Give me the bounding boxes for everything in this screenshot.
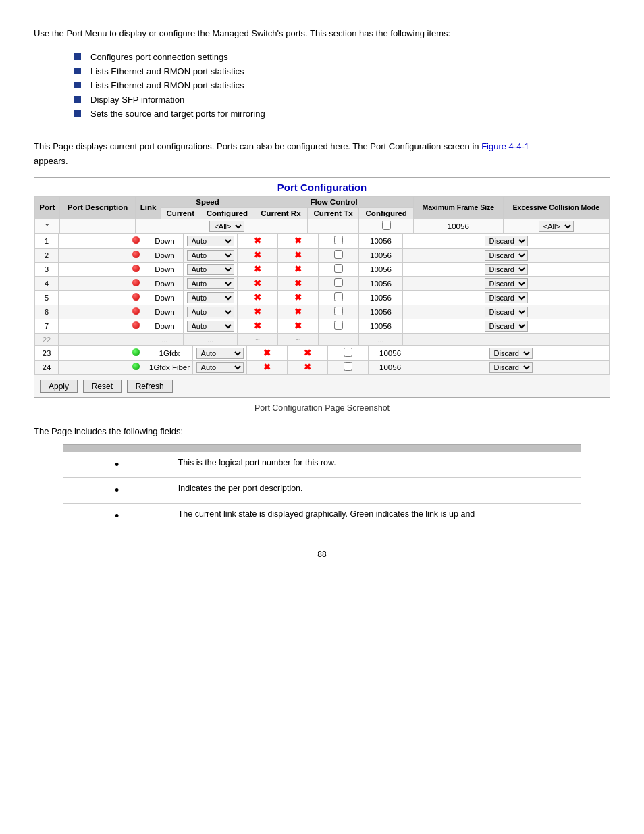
- fc-checkbox[interactable]: [334, 307, 343, 315]
- table-row: 1 Down Auto ✖ ✖ 10056 Discard: [35, 234, 610, 248]
- bullet-item-4: Display SFP information: [74, 95, 610, 105]
- fade-row: 22 ... ... ~ ~ ... ...: [35, 334, 610, 345]
- star-configured-select[interactable]: <All>: [209, 221, 244, 232]
- row-rx: ✖: [238, 290, 278, 305]
- row-collision[interactable]: Discard: [403, 290, 610, 305]
- fc-checkbox[interactable]: [344, 362, 352, 371]
- star-collision-select[interactable]: <All>: [539, 221, 574, 232]
- apply-button[interactable]: Apply: [40, 380, 78, 393]
- row-configured[interactable]: Auto: [184, 248, 238, 262]
- rx-x: ✖: [254, 278, 261, 288]
- intro-description: Use the Port Menu to display or configur…: [34, 27, 610, 41]
- star-configured[interactable]: <All>: [200, 219, 254, 233]
- collision-select[interactable]: Discard: [485, 278, 528, 289]
- row-configured[interactable]: Auto: [184, 305, 238, 319]
- row-link: [126, 360, 146, 374]
- fc-checkbox[interactable]: [344, 348, 352, 357]
- fc-checkbox[interactable]: [334, 250, 343, 259]
- row-collision[interactable]: Discard: [403, 305, 610, 319]
- fc-checkbox[interactable]: [334, 236, 343, 244]
- collision-select[interactable]: Discard: [489, 348, 533, 359]
- row-tx: ✖: [278, 290, 319, 305]
- table-row: 4 Down Auto ✖ ✖ 10056 Discard: [35, 276, 610, 290]
- reset-button[interactable]: Reset: [83, 380, 122, 393]
- tx-x: ✖: [304, 362, 311, 372]
- row-collision[interactable]: Discard: [403, 248, 610, 262]
- row-max-frame: 10056: [359, 290, 403, 305]
- col-speed-current: Current: [161, 207, 200, 219]
- row-current: Down: [146, 234, 184, 248]
- row-configured[interactable]: Auto: [193, 360, 247, 374]
- row-fc-cfg[interactable]: [319, 248, 359, 262]
- row-configured[interactable]: Auto: [184, 262, 238, 276]
- row-configured[interactable]: Auto: [184, 319, 238, 333]
- figure-link[interactable]: Figure 4-4-1: [481, 141, 529, 151]
- row-fc-cfg[interactable]: [319, 234, 359, 248]
- row-tx: ✖: [288, 346, 328, 360]
- row-collision[interactable]: Discard: [403, 262, 610, 276]
- fields-desc: The current link state is displayed grap…: [171, 503, 581, 529]
- row-tx: ✖: [288, 360, 328, 374]
- row-fc-cfg[interactable]: [319, 290, 359, 305]
- row-tx: ✖: [278, 305, 319, 319]
- tx-x: ✖: [304, 348, 311, 358]
- row-rx: ✖: [238, 262, 278, 276]
- row-configured-select[interactable]: Auto: [187, 236, 234, 246]
- collision-select[interactable]: Discard: [485, 307, 528, 317]
- collision-select[interactable]: Discard: [485, 236, 528, 246]
- fc-checkbox[interactable]: [334, 321, 343, 330]
- fc-checkbox[interactable]: [334, 264, 343, 273]
- row-configured-select[interactable]: Auto: [187, 264, 234, 275]
- refresh-button[interactable]: Refresh: [127, 380, 173, 393]
- row-current: Down: [146, 319, 184, 333]
- row-fc-cfg[interactable]: [319, 319, 359, 333]
- row-max-frame: 10056: [359, 276, 403, 290]
- row-configured-select[interactable]: Auto: [187, 307, 234, 317]
- fields-header-desc: [171, 444, 581, 452]
- collision-select[interactable]: Discard: [489, 362, 533, 373]
- fields-bullet: •: [63, 452, 171, 477]
- row-fc-cfg[interactable]: [319, 262, 359, 276]
- collision-select[interactable]: Discard: [485, 264, 528, 275]
- tx-x: ✖: [294, 278, 302, 288]
- row-fc-cfg[interactable]: [328, 360, 369, 374]
- fade-tx: ~: [278, 334, 319, 345]
- row-configured[interactable]: Auto: [184, 276, 238, 290]
- collision-select[interactable]: Discard: [485, 250, 528, 261]
- row-collision[interactable]: Discard: [403, 276, 610, 290]
- star-fc-checkbox[interactable]: [382, 221, 391, 230]
- row-desc: [59, 319, 126, 333]
- bullet-icon-3: [74, 82, 81, 88]
- row-collision[interactable]: Discard: [403, 319, 610, 333]
- row-fc-cfg[interactable]: [328, 346, 369, 360]
- row-configured-select[interactable]: Auto: [187, 250, 234, 261]
- fade-rx: ~: [238, 334, 278, 345]
- bullet-item-2: Lists Ethernet and RMON port statistics: [74, 66, 610, 76]
- row-configured[interactable]: Auto: [184, 234, 238, 248]
- collision-select[interactable]: Discard: [485, 292, 528, 303]
- row-collision[interactable]: Discard: [412, 346, 610, 360]
- row-configured-select[interactable]: Auto: [187, 278, 234, 289]
- row-configured-select[interactable]: Auto: [196, 348, 244, 359]
- row-configured[interactable]: Auto: [184, 290, 238, 305]
- table-row: 24 1Gfdx Fiber Auto ✖ ✖ 10056 Discard: [35, 360, 610, 374]
- row-current: Down: [146, 262, 184, 276]
- row-collision[interactable]: Discard: [403, 234, 610, 248]
- row-configured-select[interactable]: Auto: [187, 321, 234, 332]
- row-collision[interactable]: Discard: [412, 360, 610, 374]
- row-current: Down: [146, 305, 184, 319]
- row-configured[interactable]: Auto: [193, 346, 247, 360]
- row-fc-cfg[interactable]: [319, 276, 359, 290]
- table-row: 7 Down Auto ✖ ✖ 10056 Discard: [35, 319, 610, 333]
- row-configured-select[interactable]: Auto: [196, 362, 244, 373]
- collision-select[interactable]: Discard: [485, 321, 528, 332]
- row-fc-cfg[interactable]: [319, 305, 359, 319]
- row-link: [126, 248, 146, 262]
- rx-x: ✖: [254, 236, 261, 246]
- row-configured-select[interactable]: Auto: [187, 292, 234, 303]
- fc-checkbox[interactable]: [334, 278, 343, 287]
- star-fc-cfg[interactable]: [359, 219, 414, 233]
- row-max-frame: 10056: [359, 305, 403, 319]
- fc-checkbox[interactable]: [334, 292, 343, 301]
- star-collision[interactable]: <All>: [503, 219, 609, 233]
